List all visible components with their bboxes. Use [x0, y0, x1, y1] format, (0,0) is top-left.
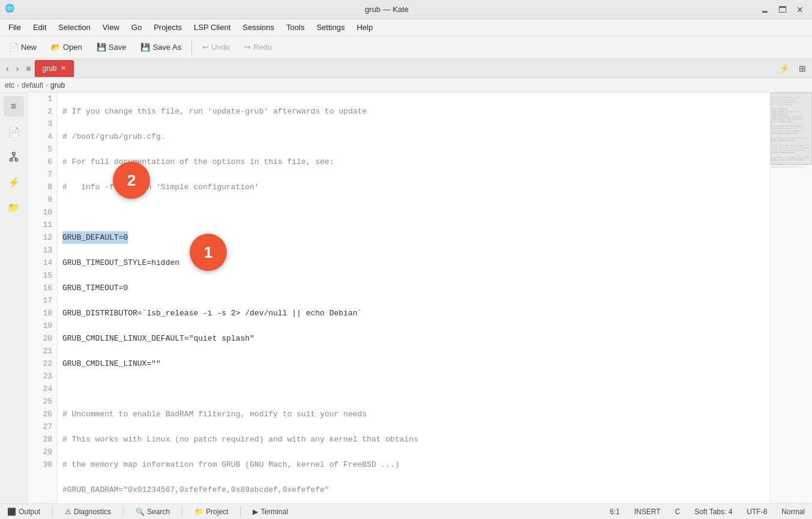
editor-mode[interactable]: INSERT — [632, 506, 663, 517]
sidebar-item-documents[interactable]: 📄 — [4, 121, 24, 142]
project-icon: 📁 — [194, 508, 203, 516]
menu-file[interactable]: File — [2, 20, 27, 34]
menu-sessions[interactable]: Sessions — [236, 20, 280, 34]
undo-button[interactable]: ↩ Undo — [196, 40, 236, 55]
code-line-11: GRUB_CMDLINE_LINUX="" — [62, 357, 765, 370]
output-icon: ⬛ — [7, 508, 16, 516]
status-diagnostics[interactable]: ⚠ Diagnostics — [62, 506, 113, 517]
split-view-button[interactable]: ⚡ — [775, 62, 793, 74]
close-button[interactable]: ✕ — [793, 4, 807, 16]
breadcrumb-default[interactable]: default — [22, 81, 43, 90]
status-sep-4 — [240, 507, 241, 517]
status-project[interactable]: 📁 Project — [192, 506, 230, 517]
sidebar-item-projects[interactable]: 📁 — [4, 197, 24, 217]
diagnostics-label: Diagnostics — [74, 508, 111, 516]
tab-forward-button[interactable]: › — [13, 61, 23, 76]
code-line-10: GRUB_CMDLINE_LINUX_DEFAULT="quiet splash… — [62, 332, 765, 345]
layout-button[interactable]: ⊞ — [795, 62, 810, 74]
project-label: Project — [206, 508, 228, 516]
tab-bar: ‹ › ≡ grub ✕ ⚡ ⊞ — [0, 59, 812, 78]
open-button[interactable]: 📂 Open — [44, 40, 89, 55]
search-label: Search — [147, 508, 170, 516]
encoding-status[interactable]: C — [673, 506, 683, 517]
status-sep-1 — [52, 507, 53, 517]
status-terminal[interactable]: ▶ Terminal — [250, 506, 290, 517]
open-label: Open — [63, 43, 82, 52]
save-button[interactable]: 💾 Save — [90, 40, 133, 55]
toolbar: 📄 New 📂 Open 💾 Save 💾 Save As ↩ Undo ↪ R… — [0, 36, 812, 59]
window-title: grub — Kate — [17, 5, 757, 14]
tab-back-button[interactable]: ‹ — [2, 61, 13, 76]
new-button[interactable]: 📄 New — [2, 40, 43, 55]
breadcrumb-etc[interactable]: etc — [5, 81, 14, 90]
sidebar-item-menu[interactable]: ≡ — [4, 96, 24, 117]
tab-close-icon[interactable]: ✕ — [61, 64, 66, 72]
code-line-14: # This works with Linux (no patch requir… — [62, 433, 765, 446]
breadcrumb: etc › default › grub — [0, 78, 812, 93]
title-bar-left: 🌐 — [5, 4, 17, 16]
app-icon: 🌐 — [5, 4, 17, 16]
menu-edit[interactable]: Edit — [27, 20, 52, 34]
tab-grub[interactable]: grub ✕ — [35, 60, 74, 77]
minimap: # If you change this file... # /boot/gru… — [770, 93, 812, 503]
save-as-button[interactable]: 💾 Save As — [134, 40, 188, 55]
status-sep-3 — [182, 507, 182, 517]
menu-view[interactable]: View — [97, 20, 125, 34]
save-as-icon: 💾 — [140, 43, 150, 52]
maximize-button[interactable]: 🗖 — [775, 4, 790, 16]
new-icon: 📄 — [9, 43, 19, 52]
tab-list-button[interactable]: ≡ — [22, 61, 34, 76]
menu-settings[interactable]: Settings — [310, 20, 350, 34]
menu-lsp-client[interactable]: LSP Client — [188, 20, 236, 34]
code-line-6: GRUB_DEFAULT=0 — [62, 231, 765, 244]
toolbar-separator — [191, 40, 192, 55]
status-search[interactable]: 🔍 Search — [133, 506, 172, 517]
minimize-button[interactable]: 🗕 — [757, 4, 772, 16]
title-bar: 🌐 grub — Kate 🗕 🗖 ✕ — [0, 0, 812, 19]
redo-icon: ↪ — [244, 43, 251, 52]
indent-status[interactable]: Soft Tabs: 4 — [692, 506, 735, 517]
sidebar-item-git[interactable] — [4, 147, 24, 167]
status-output[interactable]: ⬛ Output — [5, 506, 43, 517]
menu-selection[interactable]: Selection — [52, 20, 96, 34]
code-line-12 — [62, 383, 765, 395]
breadcrumb-grub[interactable]: grub — [50, 81, 65, 90]
code-editor[interactable]: # If you change this file, run 'update-g… — [58, 93, 770, 503]
code-line-5 — [62, 206, 765, 219]
terminal-icon: ▶ — [253, 508, 258, 516]
window-controls: 🗕 🗖 ✕ — [757, 4, 807, 16]
vim-mode-status[interactable]: Normal — [779, 506, 807, 517]
minimap-viewport[interactable] — [771, 93, 812, 165]
sidebar-item-lsp[interactable]: ⚡ — [4, 172, 24, 192]
menu-projects[interactable]: Projects — [148, 20, 188, 34]
code-line-15: # the memory map information from GRUB (… — [62, 458, 765, 471]
code-line-13: # Uncomment to enable BadRAM filtering, … — [62, 408, 765, 420]
charset-status[interactable]: UTF-8 — [744, 506, 769, 517]
code-line-4: # info -f grub -n 'Simple configuration' — [62, 181, 765, 193]
code-line-1: # If you change this file, run 'update-g… — [62, 105, 765, 118]
output-label: Output — [19, 508, 40, 516]
code-line-2: # /boot/grub/grub.cfg. — [62, 130, 765, 143]
save-label: Save — [109, 43, 127, 52]
main-area: ≡ 📄 ⚡ 📁 12345 678910 1112131415 16171819… — [0, 93, 812, 503]
position-value: 6:1 — [610, 508, 620, 516]
encoding-value: C — [675, 508, 681, 516]
editor-area[interactable]: 12345 678910 1112131415 1617181920 21222… — [28, 93, 812, 503]
status-sep-2 — [123, 507, 124, 517]
cursor-position[interactable]: 6:1 — [607, 506, 622, 517]
menu-help[interactable]: Help — [350, 20, 379, 34]
new-label: New — [21, 43, 37, 52]
menu-bar: File Edit Selection View Go Projects LSP… — [0, 19, 812, 36]
code-line-8: GRUB_TIMEOUT=0 — [62, 282, 765, 294]
code-line-3: # For full documentation of the options … — [62, 156, 765, 168]
save-as-label: Save As — [152, 43, 181, 52]
redo-button[interactable]: ↪ Redo — [238, 40, 278, 55]
code-line-7: GRUB_TIMEOUT_STYLE=hidden — [62, 256, 765, 269]
svg-point-0 — [12, 153, 15, 156]
svg-line-5 — [14, 157, 17, 159]
line-numbers: 12345 678910 1112131415 1617181920 21222… — [28, 93, 58, 503]
search-icon: 🔍 — [136, 508, 145, 516]
tab-label: grub — [43, 64, 57, 73]
menu-tools[interactable]: Tools — [280, 20, 310, 34]
menu-go[interactable]: Go — [125, 20, 148, 34]
